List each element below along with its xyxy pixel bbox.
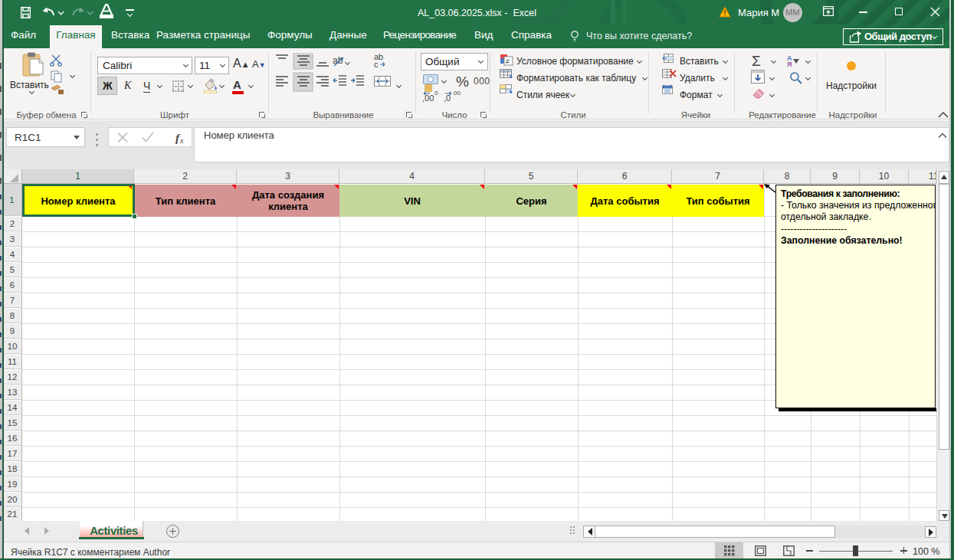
svg-text:Я: Я — [787, 61, 792, 67]
svg-text:≠: ≠ — [506, 57, 510, 65]
svg-text:,00: ,00 — [422, 93, 434, 103]
svg-text:000: 000 — [474, 76, 490, 87]
svg-text:%: % — [456, 74, 469, 90]
svg-text:00: 00 — [454, 90, 461, 97]
svg-text:x: x — [179, 136, 184, 144]
svg-text:0: 0 — [434, 90, 438, 97]
svg-text:ab: ab — [333, 55, 343, 66]
svg-text:c: c — [374, 60, 379, 69]
